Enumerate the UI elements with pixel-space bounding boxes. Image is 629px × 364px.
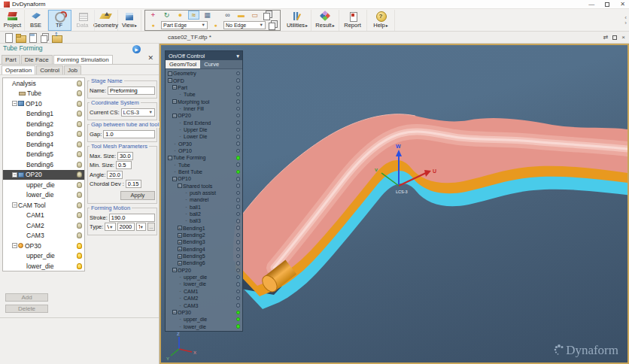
tree-item[interactable]: lower_die xyxy=(3,261,84,271)
onoff-state-indicator[interactable] xyxy=(236,128,241,132)
onoff-item[interactable]: OP20 xyxy=(166,267,242,274)
onoff-state-indicator[interactable] xyxy=(236,275,241,280)
onoff-item[interactable]: OP10 xyxy=(166,147,242,154)
onoff-state-indicator[interactable] xyxy=(236,191,241,196)
tree-expander-icon[interactable] xyxy=(172,99,177,104)
toolbar-button[interactable]: Result▸ xyxy=(311,10,339,31)
panel-tab[interactable]: Part xyxy=(2,55,20,64)
tree-expander-icon[interactable] xyxy=(178,120,183,126)
tree-expander-icon[interactable] xyxy=(12,202,17,208)
toolbar-button[interactable]: TF xyxy=(48,10,71,31)
max-size-input[interactable] xyxy=(117,152,133,160)
tree-expander-icon[interactable] xyxy=(172,162,178,168)
tree-expander-icon[interactable] xyxy=(178,261,182,265)
onoff-item[interactable]: Tube xyxy=(166,161,242,168)
more-options-button[interactable]: ... xyxy=(147,223,155,231)
visibility-bulb-icon[interactable] xyxy=(77,151,82,157)
visibility-bulb-icon[interactable] xyxy=(77,80,82,86)
visibility-bulb-icon[interactable] xyxy=(77,111,82,117)
open-folder-icon[interactable] xyxy=(16,33,25,41)
stroke-input[interactable] xyxy=(109,214,155,222)
visibility-bulb-icon[interactable] xyxy=(77,202,82,208)
tree-item[interactable]: upper_die xyxy=(3,180,84,190)
onoff-item[interactable]: Bending2 xyxy=(166,232,242,238)
tree-item[interactable]: Analysis xyxy=(3,78,84,89)
onoff-state-indicator[interactable] xyxy=(236,233,241,238)
onoff-tab[interactable]: Geom/Tool xyxy=(166,60,200,68)
onoff-state-indicator[interactable] xyxy=(236,226,241,230)
tree-item[interactable]: Tube xyxy=(3,89,84,99)
visibility-bulb-icon[interactable] xyxy=(77,182,82,188)
onoff-state-indicator[interactable] xyxy=(236,170,241,174)
glasses-icon[interactable]: ∞ xyxy=(222,11,233,20)
tree-item[interactable]: Bending6 xyxy=(3,159,84,170)
visibility-bulb-icon[interactable] xyxy=(77,253,82,259)
toolbar-button[interactable]: View▸ xyxy=(118,10,141,31)
gap-input[interactable] xyxy=(103,130,155,138)
tree-expander-icon[interactable] xyxy=(184,197,189,202)
onoff-item[interactable]: ball2 xyxy=(166,211,242,217)
onoff-item[interactable]: Bending1 xyxy=(166,225,242,232)
tree-expander-icon[interactable] xyxy=(184,190,189,196)
surface-highlight-icon[interactable]: ≈ xyxy=(188,11,199,20)
tree-item[interactable]: OP30 xyxy=(3,241,84,251)
panel-subtab[interactable]: Operation xyxy=(2,65,35,74)
sphere-ring-icon[interactable]: ● xyxy=(210,20,221,29)
tree-item[interactable]: CAM3 xyxy=(3,231,84,241)
tree-expander-icon[interactable] xyxy=(172,141,178,147)
point-axis-icon[interactable]: + xyxy=(147,11,159,20)
tree-expander-icon[interactable] xyxy=(178,127,183,132)
tree-expander-icon[interactable] xyxy=(178,281,183,287)
toolbar-button[interactable]: Project xyxy=(2,10,25,31)
tree-expander-icon[interactable] xyxy=(172,310,177,314)
part-edge-select[interactable]: Part Edge▼ xyxy=(161,21,208,29)
onoff-state-indicator[interactable] xyxy=(236,86,241,90)
tree-item[interactable]: OP20 xyxy=(3,170,84,180)
onoff-state-indicator[interactable] xyxy=(236,93,241,97)
eraser-icon[interactable]: ▬ xyxy=(235,11,247,20)
onoff-state-indicator[interactable] xyxy=(236,254,241,259)
tree-expander-icon[interactable] xyxy=(172,148,178,153)
close-button[interactable]: ✕ xyxy=(620,1,625,8)
onoff-item[interactable]: OP10 xyxy=(166,175,242,182)
onoff-state-indicator[interactable] xyxy=(236,290,241,294)
onoff-item[interactable]: upper_die xyxy=(166,316,242,323)
onoff-item[interactable]: Shared tools xyxy=(166,183,242,190)
current-cs-select[interactable]: LCS-3▼ xyxy=(121,108,155,117)
profile-select[interactable]: Trapezoid▼ xyxy=(136,223,146,231)
velocity-input[interactable] xyxy=(117,223,135,231)
document-tab[interactable]: case02_TF.dfp * xyxy=(168,34,211,41)
tree-item[interactable]: Bending1 xyxy=(3,109,84,120)
onoff-state-indicator[interactable] xyxy=(236,240,241,244)
onoff-state-indicator[interactable] xyxy=(236,149,241,153)
onoff-state-indicator[interactable] xyxy=(236,205,241,209)
tree-item[interactable]: Bending4 xyxy=(3,139,84,150)
tree-expander-icon[interactable] xyxy=(178,226,182,230)
cycle-arrows-icon[interactable]: ↻ xyxy=(161,11,172,20)
maximize-button[interactable] xyxy=(605,2,609,7)
onoff-state-indicator[interactable] xyxy=(236,282,241,287)
sphere-small-icon[interactable]: ● xyxy=(147,20,159,29)
onoff-item[interactable]: Bending5 xyxy=(166,253,242,259)
onoff-item[interactable]: End Extend xyxy=(166,119,242,126)
tree-expander-icon[interactable] xyxy=(178,106,183,111)
sphere-icon[interactable]: ● xyxy=(175,11,186,20)
tree-expander-icon[interactable] xyxy=(178,184,182,188)
onoff-item[interactable]: OP20 xyxy=(166,112,242,119)
onoff-state-indicator[interactable] xyxy=(236,317,241,322)
tree-expander-icon[interactable] xyxy=(178,296,183,301)
visibility-bulb-icon[interactable] xyxy=(77,212,82,218)
no-edge-select[interactable]: No Edge▼ xyxy=(223,21,266,29)
onoff-item[interactable]: CAM2 xyxy=(166,295,242,302)
onoff-item[interactable]: OFD xyxy=(166,77,242,83)
onoff-state-indicator[interactable] xyxy=(236,135,241,139)
add-button[interactable]: Add xyxy=(5,293,48,302)
toolbar-button[interactable]: Report xyxy=(339,10,367,31)
tree-expander-icon[interactable] xyxy=(178,92,183,97)
panel-subtab[interactable]: Control xyxy=(36,65,63,74)
visibility-bulb-icon[interactable] xyxy=(77,263,82,269)
onoff-state-indicator[interactable] xyxy=(236,71,241,76)
onoff-state-indicator[interactable] xyxy=(236,311,241,315)
onoff-state-indicator[interactable] xyxy=(236,247,241,252)
tree-expander-icon[interactable] xyxy=(168,71,172,76)
